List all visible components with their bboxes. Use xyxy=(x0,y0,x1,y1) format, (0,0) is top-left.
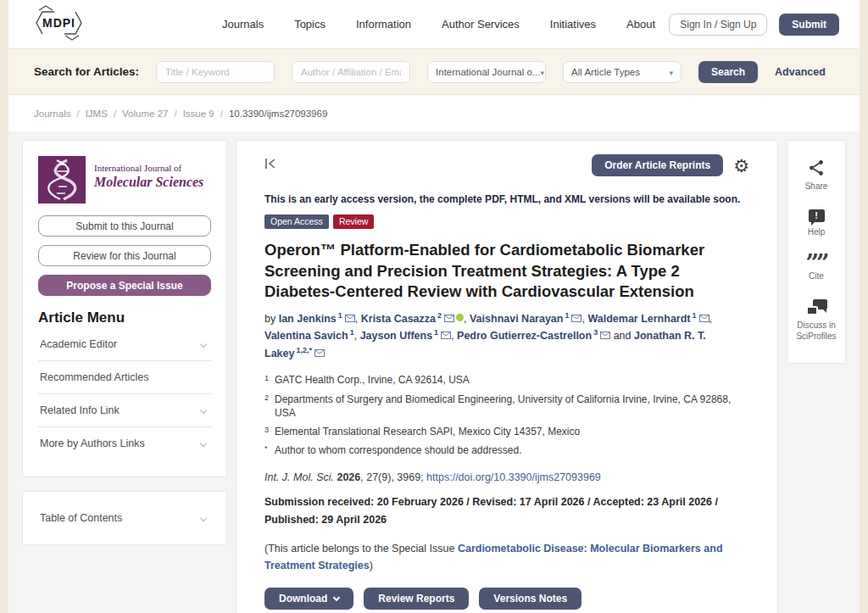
affiliation-text: Elemental Translational Research SAPI, M… xyxy=(275,425,580,438)
journal-abbreviation: Int. J. Mol. Sci. xyxy=(264,471,334,483)
special-issue-note: (This article belongs to the Special Iss… xyxy=(264,540,749,575)
article-title: Operon™ Platform-Enabled for Cardiometab… xyxy=(264,240,749,303)
author: Ian Jenkins1, xyxy=(279,313,361,325)
menu-more-by-authors[interactable]: More by Authors Links xyxy=(38,427,211,460)
review-reports-button[interactable]: Review Reports xyxy=(364,588,469,610)
breadcrumb-separator: / xyxy=(114,109,116,119)
article-toolbar-right: Order Article Reprints xyxy=(592,154,749,176)
author: Waldemar Lernhardt1, xyxy=(587,313,712,325)
cite-button[interactable]: Cite xyxy=(787,246,845,291)
submit-button[interactable]: Submit xyxy=(779,14,839,36)
article-menu-title: Article Menu xyxy=(38,309,211,326)
journal-select[interactable]: International Journal o... xyxy=(427,61,546,83)
breadcrumb-separator: / xyxy=(220,109,223,119)
author-link[interactable]: Krista Casazza xyxy=(361,313,436,325)
submit-to-journal-button[interactable]: Submit to this Journal xyxy=(38,215,211,237)
chevron-down-icon xyxy=(333,594,340,601)
affiliation-number: 2 xyxy=(264,393,275,420)
author-link[interactable]: Jayson Uffens xyxy=(360,330,432,342)
table-of-contents-toggle[interactable]: Table of Contents xyxy=(38,502,211,534)
chevron-down-icon xyxy=(200,341,207,348)
share-icon xyxy=(808,159,825,176)
search-button[interactable]: Search xyxy=(698,61,758,83)
email-icon[interactable] xyxy=(600,332,610,339)
affiliation: * Author to whom correspondence should b… xyxy=(264,443,749,457)
nav-author-services[interactable]: Author Services xyxy=(442,18,520,31)
email-icon[interactable] xyxy=(345,315,355,322)
email-icon[interactable] xyxy=(699,315,709,322)
journal-header: International Journal of Molecular Scien… xyxy=(38,156,211,203)
gear-icon[interactable] xyxy=(733,157,749,175)
citation-year: 2026 xyxy=(337,471,360,483)
affiliation-sup: 1 xyxy=(693,311,697,320)
author-link[interactable]: Waldemar Lernhardt xyxy=(587,313,690,325)
author-separator: , xyxy=(464,313,470,325)
help-button[interactable]: Help xyxy=(787,201,845,247)
orcid-icon[interactable] xyxy=(456,314,464,321)
article-type-select-value: All Article Types xyxy=(571,67,640,77)
breadcrumb-doi: 10.3390/ijms27093969 xyxy=(229,109,327,119)
nav-about[interactable]: About xyxy=(626,18,655,31)
versions-notes-button[interactable]: Versions Notes xyxy=(479,588,581,610)
keyword-input[interactable] xyxy=(156,61,275,83)
article-type-select[interactable]: All Article Types xyxy=(563,61,682,83)
top-actions: Sign In / Sign Up Submit xyxy=(669,14,839,36)
journal-title-line1: International Journal of xyxy=(94,163,203,173)
nav-topics[interactable]: Topics xyxy=(294,18,326,31)
article-toolbar: Order Article Reprints xyxy=(264,154,749,176)
menu-item-label: Academic Editor xyxy=(40,338,117,350)
author-input[interactable] xyxy=(292,61,410,83)
order-reprints-button[interactable]: Order Article Reprints xyxy=(592,154,723,176)
journal-logo[interactable] xyxy=(38,156,86,203)
breadcrumb: Journals / IJMS / Volume 27 / Issue 9 / … xyxy=(8,95,860,131)
menu-recommended-articles[interactable]: Recommended Articles xyxy=(38,361,211,394)
menu-academic-editor[interactable]: Academic Editor xyxy=(38,328,211,361)
affiliation-text: Departments of Surgery and Biomedical En… xyxy=(275,393,749,420)
table-of-contents-card: Table of Contents xyxy=(22,491,227,545)
affiliation-number: * xyxy=(264,443,275,457)
advanced-search-link[interactable]: Advanced xyxy=(775,66,826,78)
author-link[interactable]: Ian Jenkins xyxy=(279,313,337,325)
dna-helix-icon xyxy=(38,156,86,203)
nav-information[interactable]: Information xyxy=(356,18,411,31)
download-button[interactable]: Download xyxy=(264,588,353,610)
journal-title-line2: Molecular Sciences xyxy=(94,175,203,190)
affiliation-list: 1 GATC Health Corp., Irvine, CA 92614, U… xyxy=(264,373,749,457)
email-icon[interactable] xyxy=(441,332,451,339)
share-button[interactable]: Share xyxy=(787,151,845,201)
breadcrumb-volume[interactable]: Volume 27 xyxy=(122,109,168,119)
propose-special-issue-button[interactable]: Propose a Special Issue xyxy=(38,275,211,296)
affiliation-sup: 1 xyxy=(565,311,569,320)
email-icon[interactable] xyxy=(571,315,581,322)
review-badge: Review xyxy=(333,215,374,229)
review-for-journal-button[interactable]: Review for this Journal xyxy=(38,245,211,266)
email-icon[interactable] xyxy=(314,349,325,357)
author-link[interactable]: Vaishnavi Narayan xyxy=(470,313,563,325)
breadcrumb-separator: / xyxy=(76,109,79,119)
breadcrumb-ijms[interactable]: IJMS xyxy=(86,109,108,119)
journal-select-value: International Journal o... xyxy=(436,67,540,77)
author-link[interactable]: Valentina Savich xyxy=(264,330,348,342)
affiliation: 1 GATC Health Corp., Irvine, CA 92614, U… xyxy=(264,373,749,387)
page: MDPI Journals Topics Information Author … xyxy=(8,0,860,613)
breadcrumb-issue[interactable]: Issue 9 xyxy=(183,109,214,119)
sign-in-button[interactable]: Sign In / Sign Up xyxy=(669,14,767,36)
menu-item-label: Related Info Link xyxy=(40,404,120,416)
journal-title: International Journal of Molecular Scien… xyxy=(94,156,203,190)
author-link[interactable]: Pedro Gutierrez-Castrellon xyxy=(457,330,592,342)
collapse-sidebar-icon[interactable] xyxy=(264,158,277,173)
email-icon[interactable] xyxy=(444,315,454,322)
author: Vaishnavi Narayan1, xyxy=(470,313,587,325)
doi-link[interactable]: https://doi.org/10.3390/ijms27093969 xyxy=(426,471,601,483)
article-tools-panel: Share Help Cite Discuss in SciProfiles xyxy=(787,140,846,364)
main-content: International Journal of Molecular Scien… xyxy=(8,131,860,613)
menu-related-info-link[interactable]: Related Info Link xyxy=(38,394,211,427)
chevron-down-icon xyxy=(670,67,674,77)
breadcrumb-separator: / xyxy=(174,109,176,119)
breadcrumb-journals[interactable]: Journals xyxy=(34,109,70,119)
nav-initiatives[interactable]: Initiatives xyxy=(550,18,596,31)
discuss-button[interactable]: Discuss in SciProfiles xyxy=(787,291,845,351)
nav-journals[interactable]: Journals xyxy=(222,18,264,31)
mdpi-logo[interactable]: MDPI xyxy=(29,5,88,44)
discuss-label: Discuss in SciProfiles xyxy=(790,320,843,343)
